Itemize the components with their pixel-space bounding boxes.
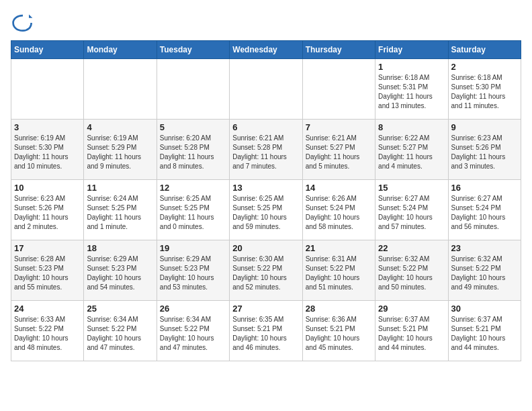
calendar-cell: 7Sunrise: 6:21 AM Sunset: 5:27 PM Daylig… — [302, 120, 375, 180]
day-number: 27 — [232, 304, 299, 314]
calendar-cell: 2Sunrise: 6:18 AM Sunset: 5:30 PM Daylig… — [448, 59, 521, 120]
calendar-cell — [302, 59, 375, 120]
logo — [11, 11, 38, 35]
day-number: 14 — [306, 183, 372, 193]
day-info: Sunrise: 6:35 AM Sunset: 5:21 PM Dayligh… — [232, 315, 299, 353]
day-info: Sunrise: 6:20 AM Sunset: 5:28 PM Dayligh… — [160, 134, 226, 171]
calendar-cell: 29Sunrise: 6:37 AM Sunset: 5:21 PM Dayli… — [375, 301, 448, 361]
day-info: Sunrise: 6:21 AM Sunset: 5:28 PM Dayligh… — [232, 134, 299, 171]
day-info: Sunrise: 6:27 AM Sunset: 5:24 PM Dayligh… — [378, 194, 445, 232]
day-info: Sunrise: 6:37 AM Sunset: 5:21 PM Dayligh… — [451, 315, 518, 353]
day-info: Sunrise: 6:29 AM Sunset: 5:23 PM Dayligh… — [160, 255, 226, 292]
calendar-cell: 9Sunrise: 6:23 AM Sunset: 5:26 PM Daylig… — [448, 120, 521, 180]
weekday-header-row: SundayMondayTuesdayWednesdayThursdayFrid… — [11, 41, 521, 59]
day-number: 22 — [378, 243, 445, 253]
day-number: 26 — [160, 304, 226, 314]
weekday-header-friday: Friday — [375, 41, 448, 59]
calendar-cell — [230, 59, 302, 120]
day-number: 23 — [451, 243, 518, 253]
day-info: Sunrise: 6:32 AM Sunset: 5:22 PM Dayligh… — [451, 255, 518, 292]
week-row-5: 24Sunrise: 6:33 AM Sunset: 5:22 PM Dayli… — [11, 301, 521, 361]
day-info: Sunrise: 6:36 AM Sunset: 5:21 PM Dayligh… — [306, 315, 372, 353]
day-info: Sunrise: 6:37 AM Sunset: 5:21 PM Dayligh… — [378, 315, 445, 353]
week-row-1: 1Sunrise: 6:18 AM Sunset: 5:31 PM Daylig… — [11, 59, 521, 120]
day-info: Sunrise: 6:18 AM Sunset: 5:30 PM Dayligh… — [451, 73, 518, 111]
calendar-cell: 17Sunrise: 6:28 AM Sunset: 5:23 PM Dayli… — [11, 240, 84, 301]
calendar-cell: 10Sunrise: 6:23 AM Sunset: 5:26 PM Dayli… — [11, 180, 84, 240]
week-row-4: 17Sunrise: 6:28 AM Sunset: 5:23 PM Dayli… — [11, 240, 521, 301]
calendar-cell: 1Sunrise: 6:18 AM Sunset: 5:31 PM Daylig… — [375, 59, 448, 120]
calendar-cell: 19Sunrise: 6:29 AM Sunset: 5:23 PM Dayli… — [157, 240, 229, 301]
day-info: Sunrise: 6:27 AM Sunset: 5:24 PM Dayligh… — [451, 194, 518, 232]
day-info: Sunrise: 6:28 AM Sunset: 5:23 PM Dayligh… — [14, 255, 81, 292]
day-info: Sunrise: 6:34 AM Sunset: 5:22 PM Dayligh… — [87, 315, 153, 353]
weekday-header-thursday: Thursday — [302, 41, 375, 59]
day-info: Sunrise: 6:26 AM Sunset: 5:24 PM Dayligh… — [306, 194, 372, 232]
calendar-cell: 30Sunrise: 6:37 AM Sunset: 5:21 PM Dayli… — [448, 301, 521, 361]
calendar-cell: 6Sunrise: 6:21 AM Sunset: 5:28 PM Daylig… — [230, 120, 302, 180]
calendar-cell — [157, 59, 229, 120]
calendar-cell — [84, 59, 157, 120]
day-number: 13 — [232, 183, 299, 193]
day-number: 21 — [306, 243, 372, 253]
calendar-cell: 3Sunrise: 6:19 AM Sunset: 5:30 PM Daylig… — [11, 120, 84, 180]
day-number: 25 — [87, 304, 153, 314]
week-row-3: 10Sunrise: 6:23 AM Sunset: 5:26 PM Dayli… — [11, 180, 521, 240]
weekday-header-tuesday: Tuesday — [157, 41, 229, 59]
calendar-cell: 22Sunrise: 6:32 AM Sunset: 5:22 PM Dayli… — [375, 240, 448, 301]
day-number: 29 — [378, 304, 445, 314]
day-info: Sunrise: 6:19 AM Sunset: 5:30 PM Dayligh… — [14, 134, 81, 171]
day-info: Sunrise: 6:21 AM Sunset: 5:27 PM Dayligh… — [306, 134, 372, 171]
day-info: Sunrise: 6:33 AM Sunset: 5:22 PM Dayligh… — [14, 315, 81, 353]
day-info: Sunrise: 6:25 AM Sunset: 5:25 PM Dayligh… — [232, 194, 299, 232]
day-number: 19 — [160, 243, 226, 253]
day-number: 4 — [87, 122, 153, 132]
day-info: Sunrise: 6:34 AM Sunset: 5:22 PM Dayligh… — [160, 315, 226, 353]
day-number: 10 — [14, 183, 81, 193]
calendar-cell: 15Sunrise: 6:27 AM Sunset: 5:24 PM Dayli… — [375, 180, 448, 240]
calendar-cell: 21Sunrise: 6:31 AM Sunset: 5:22 PM Dayli… — [302, 240, 375, 301]
calendar-cell: 13Sunrise: 6:25 AM Sunset: 5:25 PM Dayli… — [230, 180, 302, 240]
day-info: Sunrise: 6:32 AM Sunset: 5:22 PM Dayligh… — [378, 255, 445, 292]
day-info: Sunrise: 6:23 AM Sunset: 5:26 PM Dayligh… — [451, 134, 518, 171]
day-info: Sunrise: 6:23 AM Sunset: 5:26 PM Dayligh… — [14, 194, 81, 232]
weekday-header-saturday: Saturday — [448, 41, 521, 59]
day-number: 2 — [451, 62, 518, 72]
calendar: SundayMondayTuesdayWednesdayThursdayFrid… — [11, 40, 521, 361]
day-number: 28 — [306, 304, 372, 314]
calendar-cell: 16Sunrise: 6:27 AM Sunset: 5:24 PM Dayli… — [448, 180, 521, 240]
calendar-cell: 27Sunrise: 6:35 AM Sunset: 5:21 PM Dayli… — [230, 301, 302, 361]
day-number: 5 — [160, 122, 226, 132]
day-info: Sunrise: 6:29 AM Sunset: 5:23 PM Dayligh… — [87, 255, 153, 292]
calendar-cell: 26Sunrise: 6:34 AM Sunset: 5:22 PM Dayli… — [157, 301, 229, 361]
calendar-cell: 12Sunrise: 6:25 AM Sunset: 5:25 PM Dayli… — [157, 180, 229, 240]
calendar-cell: 20Sunrise: 6:30 AM Sunset: 5:22 PM Dayli… — [230, 240, 302, 301]
day-number: 15 — [378, 183, 445, 193]
day-info: Sunrise: 6:19 AM Sunset: 5:29 PM Dayligh… — [87, 134, 153, 171]
day-info: Sunrise: 6:31 AM Sunset: 5:22 PM Dayligh… — [306, 255, 372, 292]
weekday-header-monday: Monday — [84, 41, 157, 59]
day-number: 30 — [451, 304, 518, 314]
day-number: 7 — [306, 122, 372, 132]
day-number: 20 — [232, 243, 299, 253]
day-info: Sunrise: 6:24 AM Sunset: 5:25 PM Dayligh… — [87, 194, 153, 232]
calendar-cell: 28Sunrise: 6:36 AM Sunset: 5:21 PM Dayli… — [302, 301, 375, 361]
calendar-cell: 24Sunrise: 6:33 AM Sunset: 5:22 PM Dayli… — [11, 301, 84, 361]
calendar-cell: 5Sunrise: 6:20 AM Sunset: 5:28 PM Daylig… — [157, 120, 229, 180]
day-number: 1 — [378, 62, 445, 72]
week-row-2: 3Sunrise: 6:19 AM Sunset: 5:30 PM Daylig… — [11, 120, 521, 180]
day-number: 16 — [451, 183, 518, 193]
day-info: Sunrise: 6:25 AM Sunset: 5:25 PM Dayligh… — [160, 194, 226, 232]
day-number: 8 — [378, 122, 445, 132]
calendar-cell: 23Sunrise: 6:32 AM Sunset: 5:22 PM Dayli… — [448, 240, 521, 301]
day-number: 3 — [14, 122, 81, 132]
day-number: 6 — [232, 122, 299, 132]
day-number: 12 — [160, 183, 226, 193]
calendar-cell: 8Sunrise: 6:22 AM Sunset: 5:27 PM Daylig… — [375, 120, 448, 180]
day-number: 11 — [87, 183, 153, 193]
calendar-cell: 4Sunrise: 6:19 AM Sunset: 5:29 PM Daylig… — [84, 120, 157, 180]
calendar-cell — [11, 59, 84, 120]
day-info: Sunrise: 6:30 AM Sunset: 5:22 PM Dayligh… — [232, 255, 299, 292]
day-info: Sunrise: 6:18 AM Sunset: 5:31 PM Dayligh… — [378, 73, 445, 111]
day-number: 17 — [14, 243, 81, 253]
